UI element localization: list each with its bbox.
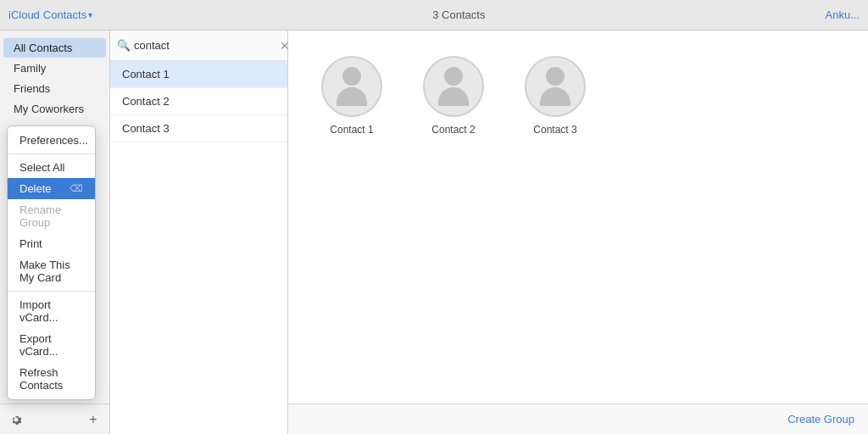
contact-card-name: Contact 1: [330, 124, 373, 136]
context-menu: Preferences...Select AllDelete⌫Rename Gr…: [7, 125, 96, 400]
menu-item-import-vcard[interactable]: Import vCard...: [8, 294, 95, 328]
contact-avatar: [525, 56, 586, 117]
contact-card-card1[interactable]: Contact 1: [314, 56, 390, 136]
contact-avatar: [321, 56, 382, 117]
add-contact-button[interactable]: +: [86, 412, 101, 427]
sidebar-footer: +: [0, 403, 109, 434]
menu-item-preferences[interactable]: Preferences...: [8, 130, 95, 151]
avatar-head: [546, 67, 565, 86]
sidebar-item-my-coworkers[interactable]: My Coworkers: [3, 99, 106, 119]
avatar-head: [342, 67, 361, 86]
search-icon: 🔍: [117, 39, 131, 52]
contact-card-card2[interactable]: Contact 2: [415, 56, 492, 136]
content-area: Contact 1 Contact 2 Contact 3 Create Gro…: [288, 31, 868, 434]
menu-item-label: Preferences...: [19, 134, 88, 147]
user-menu[interactable]: Anku...: [826, 8, 860, 21]
menu-item-label: Refresh Contacts: [19, 366, 83, 392]
menu-item-select-all[interactable]: Select All: [8, 157, 95, 178]
sidebar-item-family[interactable]: Family: [3, 58, 106, 78]
menu-separator: [8, 291, 95, 292]
main-layout: All ContactsFamilyFriendsMy CoworkersNei…: [0, 31, 868, 434]
contacts-dropdown[interactable]: Contacts ▾: [43, 8, 92, 21]
create-group-button[interactable]: Create Group: [787, 413, 854, 426]
sidebar-item-all-contacts[interactable]: All Contacts: [3, 38, 106, 58]
avatar-person-icon: [337, 67, 367, 106]
menu-item-delete[interactable]: Delete⌫: [8, 178, 95, 199]
avatar-body: [438, 87, 469, 106]
menu-item-export-vcard[interactable]: Export vCard...: [8, 328, 95, 362]
menu-item-label: Select All: [19, 161, 64, 174]
contact-card-name: Contact 2: [431, 124, 475, 136]
menu-item-rename-group: Rename Group: [8, 199, 95, 233]
chevron-down-icon: ▾: [88, 10, 92, 19]
contact-card-name: Contact 3: [533, 124, 576, 136]
avatar-body: [337, 87, 367, 106]
sidebar: All ContactsFamilyFriendsMy CoworkersNei…: [0, 31, 110, 434]
menu-separator: [8, 153, 95, 154]
content-footer: Create Group: [288, 403, 868, 434]
menu-item-label: Delete: [19, 182, 52, 195]
contact-card-card3[interactable]: Contact 3: [517, 56, 593, 136]
sidebar-item-friends[interactable]: Friends: [3, 79, 106, 98]
contact-list-item-contact1[interactable]: Contact 1: [110, 61, 287, 88]
menu-item-label: Print: [19, 237, 42, 250]
contact-avatar: [423, 56, 484, 117]
contact-list: Contact 1Contact 2Contact 3: [110, 61, 287, 434]
avatar-person-icon: [438, 67, 469, 106]
contact-list-item-contact2[interactable]: Contact 2: [110, 88, 287, 115]
icloud-logo: iCloud: [8, 8, 40, 21]
avatar-person-icon: [540, 67, 570, 106]
menu-item-label: Import vCard...: [19, 298, 83, 324]
menu-item-label: Make This My Card: [19, 259, 83, 284]
avatar-body: [540, 87, 570, 106]
menu-item-print[interactable]: Print: [8, 233, 95, 254]
top-bar-left: iCloud Contacts ▾: [8, 8, 92, 21]
menu-item-refresh[interactable]: Refresh Contacts: [8, 362, 95, 396]
menu-item-make-my-card[interactable]: Make This My Card: [8, 254, 95, 288]
gear-icon-button[interactable]: [8, 412, 24, 427]
contacts-count: 3 Contacts: [432, 8, 485, 21]
avatar-head: [444, 67, 463, 86]
contact-list-panel: 🔍 ✕ Contact 1Contact 2Contact 3: [110, 31, 288, 434]
contact-cards-grid: Contact 1 Contact 2 Contact 3: [288, 31, 868, 403]
search-input[interactable]: [134, 39, 276, 52]
search-bar: 🔍 ✕: [110, 31, 287, 61]
contacts-dropdown-label: Contacts: [43, 8, 86, 21]
contact-list-item-contact3[interactable]: Contact 3: [110, 115, 287, 142]
menu-item-label: Rename Group: [19, 203, 83, 229]
menu-item-shortcut: ⌫: [70, 183, 83, 194]
top-bar: iCloud Contacts ▾ 3 Contacts Anku...: [0, 0, 868, 31]
menu-item-label: Export vCard...: [19, 332, 83, 358]
